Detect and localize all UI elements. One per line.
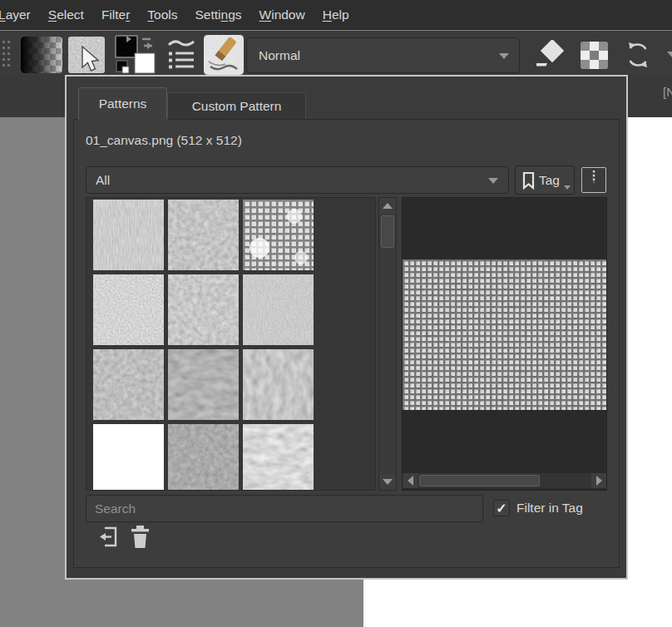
- tag-filter-value: All: [96, 173, 110, 188]
- fg-bg-colors-icon[interactable]: [115, 35, 156, 75]
- arrow-up-icon: [383, 203, 393, 209]
- pattern-tile[interactable]: [93, 349, 164, 420]
- tab-patterns-label: Patterns: [99, 96, 147, 111]
- import-icon: [98, 526, 119, 548]
- menu-window[interactable]: Window: [252, 7, 313, 22]
- gradient-chooser-icon[interactable]: [21, 37, 62, 73]
- filter-in-tag-checkbox[interactable]: ✓: [493, 500, 510, 516]
- pattern-tile[interactable]: [243, 200, 314, 270]
- tab-custom-pattern-label: Custom Pattern: [192, 99, 282, 114]
- brush-preset-icon[interactable]: [204, 35, 244, 75]
- tag-filter-combobox[interactable]: All: [86, 166, 509, 194]
- menu-filter[interactable]: Filter: [94, 7, 137, 22]
- preview-horizontal-scrollbar[interactable]: [403, 473, 606, 488]
- arrow-down-icon: [383, 479, 393, 485]
- display-settings-button[interactable]: [581, 167, 606, 193]
- pattern-tile[interactable]: [168, 200, 239, 270]
- delete-resource-button[interactable]: [129, 525, 151, 548]
- patterns-popup: Patterns Custom Pattern 01_canvas.png (5…: [65, 75, 628, 580]
- scroll-down-button[interactable]: [379, 474, 396, 490]
- import-resource-button[interactable]: [97, 525, 119, 548]
- blend-mode-combobox[interactable]: Normal: [246, 37, 520, 73]
- pattern-tile[interactable]: [93, 424, 164, 491]
- pattern-preview-pane[interactable]: [402, 197, 607, 491]
- toolbar-grip-icon[interactable]: [2, 40, 12, 68]
- pattern-tile[interactable]: [243, 274, 314, 345]
- chevron-down-icon: [499, 53, 509, 59]
- menu-layer[interactable]: Layer: [0, 7, 38, 22]
- toolbar-overflow-icon[interactable]: [667, 52, 672, 57]
- brush-option-settings-icon[interactable]: [166, 38, 196, 72]
- menubar: Layer Select Filter Tools Settings Windo…: [0, 0, 672, 30]
- menu-help[interactable]: Help: [315, 7, 357, 22]
- bookmark-icon: [521, 171, 536, 190]
- mouse-cursor-icon: [80, 46, 101, 74]
- scroll-left-button[interactable]: [403, 473, 418, 488]
- tab-patterns[interactable]: Patterns: [78, 87, 167, 120]
- menu-tools[interactable]: Tools: [140, 7, 185, 22]
- arrow-right-icon: [596, 476, 602, 486]
- patterns-tab-pane: 01_canvas.png (512 x 512) All Tag: [73, 119, 620, 568]
- pattern-tile[interactable]: [93, 200, 164, 270]
- selected-pattern-label: 01_canvas.png (512 x 512): [86, 133, 242, 148]
- pattern-tile[interactable]: [168, 349, 239, 420]
- pattern-preview-image: [403, 259, 606, 410]
- trash-icon: [131, 526, 150, 548]
- slider-config-icon: [590, 168, 598, 186]
- arrow-left-icon: [408, 476, 413, 486]
- checkmark-icon: ✓: [496, 501, 506, 516]
- chevron-down-icon: [564, 185, 571, 190]
- tab-custom-pattern[interactable]: Custom Pattern: [167, 92, 306, 120]
- scroll-right-button[interactable]: [591, 473, 606, 488]
- document-title-fragment: [N: [663, 85, 672, 99]
- pattern-tile[interactable]: [243, 424, 314, 491]
- chevron-down-icon: [488, 178, 498, 184]
- toolbar: Normal: [0, 31, 672, 75]
- preserve-alpha-icon[interactable]: [581, 42, 608, 69]
- pattern-tile[interactable]: [243, 349, 314, 420]
- pattern-tile[interactable]: [168, 274, 239, 345]
- pattern-tile[interactable]: [93, 274, 164, 345]
- scrollbar-handle[interactable]: [419, 475, 540, 486]
- menu-settings[interactable]: Settings: [188, 7, 250, 22]
- patterns-vertical-scrollbar[interactable]: [378, 197, 397, 491]
- tag-button[interactable]: Tag: [515, 165, 575, 195]
- filter-in-tag-label: Filter in Tag: [516, 501, 583, 516]
- patterns-grid: [86, 197, 376, 491]
- scroll-up-button[interactable]: [379, 198, 396, 214]
- scrollbar-handle[interactable]: [381, 215, 394, 248]
- search-input[interactable]: [86, 495, 483, 522]
- pattern-tile[interactable]: [168, 424, 239, 491]
- tag-button-label: Tag: [539, 173, 560, 188]
- menu-select[interactable]: Select: [41, 7, 91, 22]
- blend-mode-value: Normal: [259, 48, 300, 63]
- reload-preset-icon[interactable]: [622, 39, 654, 71]
- eraser-mode-icon[interactable]: [536, 40, 568, 68]
